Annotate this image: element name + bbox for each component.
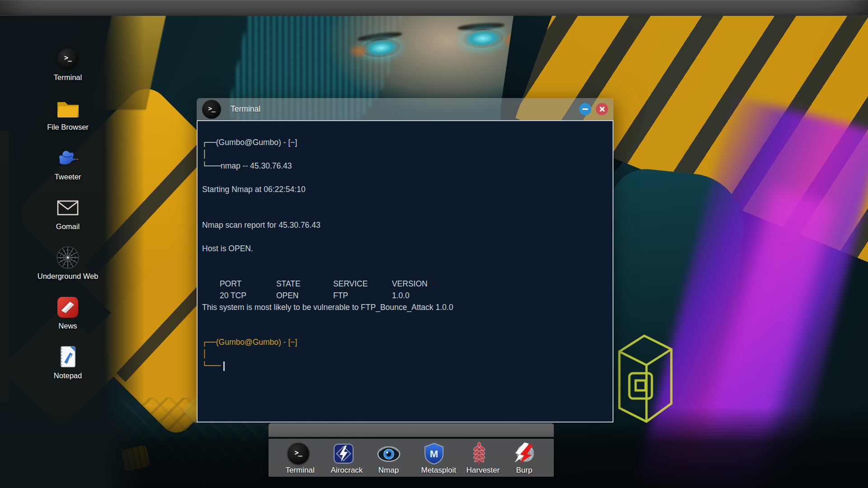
window-title: Terminal bbox=[231, 104, 260, 114]
terminal-prompt-line: │ bbox=[202, 148, 606, 160]
table-header-cell: SERVICE bbox=[333, 278, 392, 290]
terminal-output[interactable]: ┌──(Gumbo@Gumbo) - [~] │ └───nmap -- 45.… bbox=[197, 120, 613, 422]
terminal-line: Host is OPEN. bbox=[202, 243, 606, 254]
terminal-icon: >_ bbox=[288, 443, 309, 465]
dock-item-label: Metasploit bbox=[421, 466, 447, 475]
terminal-line: This system is most likely to be vulnera… bbox=[202, 301, 606, 313]
prompt-tree: └─── bbox=[202, 361, 221, 370]
table-header-cell: PORT bbox=[220, 278, 276, 290]
text-cursor bbox=[223, 361, 225, 371]
eye-icon bbox=[376, 442, 401, 465]
table-cell: OPEN bbox=[276, 290, 333, 301]
desktop: >_ Terminal File Browser Tweeter bbox=[0, 0, 868, 488]
terminal-titlebar[interactable]: >_ Terminal bbox=[197, 98, 613, 120]
minimize-button[interactable] bbox=[579, 103, 591, 115]
notepad-icon bbox=[37, 344, 99, 370]
terminal-icon: >_ bbox=[202, 100, 221, 119]
prompt-user: (Gumbo@Gumbo) - [~] bbox=[216, 338, 297, 347]
desktop-icon-label: Terminal bbox=[37, 73, 99, 82]
dock-item-harvester[interactable]: Harvester bbox=[467, 442, 492, 477]
prompt-tree: └─── bbox=[202, 161, 221, 170]
terminal-icon: >_ bbox=[57, 48, 78, 69]
table-cell: 1.0.0 bbox=[392, 291, 410, 300]
dock-item-airocrack[interactable]: Airocrack bbox=[331, 442, 356, 477]
command-text: nmap -- 45.30.76.43 bbox=[221, 161, 292, 170]
minimize-icon bbox=[582, 108, 588, 110]
desktop-icon-underground-web[interactable]: Underground Web bbox=[37, 245, 99, 281]
desktop-icon-tweeter[interactable]: Tweeter bbox=[37, 145, 99, 181]
dock-item-label: Terminal bbox=[286, 466, 311, 475]
terminal-prompt-line: ┌──(Gumbo@Gumbo) - [~] bbox=[202, 336, 606, 348]
desktop-icon-notepad[interactable]: Notepad bbox=[37, 344, 99, 380]
spiderweb-icon bbox=[37, 245, 99, 270]
terminal-line: Nmap scan report for 45.30.76.43 bbox=[202, 219, 606, 231]
envelope-icon bbox=[37, 195, 99, 221]
scan-table-header: PORTSTATESERVICEVERSION bbox=[202, 266, 606, 278]
desktop-icon-label: Tweeter bbox=[37, 173, 99, 181]
dock-item-label: Nmap bbox=[376, 466, 401, 475]
lightning-square-icon bbox=[331, 442, 356, 465]
terminal-glyph: >_ bbox=[64, 54, 71, 62]
wheat-icon bbox=[467, 442, 492, 465]
terminal-window: >_ Terminal ┌──(Gumbo@Gumbo) - [~] │ └──… bbox=[197, 98, 613, 407]
close-button[interactable] bbox=[596, 103, 608, 115]
prompt-user: (Gumbo@Gumbo) - [~] bbox=[216, 138, 297, 147]
table-cell: 20 TCP bbox=[220, 290, 276, 301]
dock-item-label: Harvester bbox=[467, 466, 492, 475]
terminal-line: Starting Nmap at 06:22:54:10 bbox=[202, 183, 606, 195]
table-header-cell: VERSION bbox=[392, 279, 428, 288]
desktop-icon-gomail[interactable]: Gomail bbox=[37, 195, 99, 231]
table-cell: FTP bbox=[333, 290, 392, 301]
prompt-tree: │ bbox=[202, 150, 207, 159]
dock-item-label: Airocrack bbox=[331, 466, 356, 475]
wallpaper-eye-makeup bbox=[348, 43, 371, 59]
bird-icon bbox=[37, 145, 99, 171]
desktop-icon-label: News bbox=[37, 322, 99, 330]
dock-item-burp[interactable]: Burp bbox=[512, 442, 537, 477]
desktop-icon-label: Gomail bbox=[37, 222, 99, 231]
desktop-icon-news[interactable]: News bbox=[37, 295, 99, 330]
prompt-tree: ┌── bbox=[202, 338, 216, 347]
prompt-tree: │ bbox=[202, 349, 207, 358]
prompt-tree: ┌── bbox=[202, 138, 216, 147]
wallpaper-neon-cube bbox=[610, 324, 678, 437]
taskbar-strip bbox=[269, 423, 554, 437]
terminal-prompt-line: │ bbox=[202, 348, 606, 360]
terminal-prompt-line: ┌──(Gumbo@Gumbo) - [~] bbox=[202, 136, 606, 148]
terminal-glyph: >_ bbox=[294, 449, 302, 457]
terminal-glyph: >_ bbox=[208, 105, 215, 112]
table-header-cell: STATE bbox=[276, 278, 333, 290]
desktop-icon-terminal[interactable]: >_ Terminal bbox=[37, 46, 99, 82]
news-icon bbox=[37, 295, 99, 320]
dock-item-metasploit[interactable]: M Metasploit bbox=[421, 442, 447, 477]
dock-item-nmap[interactable]: Nmap bbox=[376, 442, 401, 477]
shield-icon: M bbox=[421, 442, 447, 465]
desktop-icon-file-browser[interactable]: File Browser bbox=[37, 96, 99, 131]
bolt-globe-icon bbox=[512, 442, 537, 465]
dock-item-terminal[interactable]: >_ Terminal bbox=[286, 442, 311, 477]
desktop-icon-label: File Browser bbox=[37, 123, 99, 131]
desktop-icon-label: Underground Web bbox=[37, 272, 99, 281]
terminal-input-line[interactable]: └─── bbox=[202, 360, 606, 371]
terminal-command-line: └───nmap -- 45.30.76.43 bbox=[202, 160, 606, 172]
top-window-bar[interactable] bbox=[0, 0, 868, 16]
folder-icon bbox=[37, 96, 99, 121]
desktop-icon-label: Notepad bbox=[37, 371, 99, 380]
dock: >_ Terminal Airocrack bbox=[269, 439, 554, 477]
dock-item-label: Burp bbox=[512, 466, 537, 475]
metasploit-letter: M bbox=[429, 448, 438, 460]
